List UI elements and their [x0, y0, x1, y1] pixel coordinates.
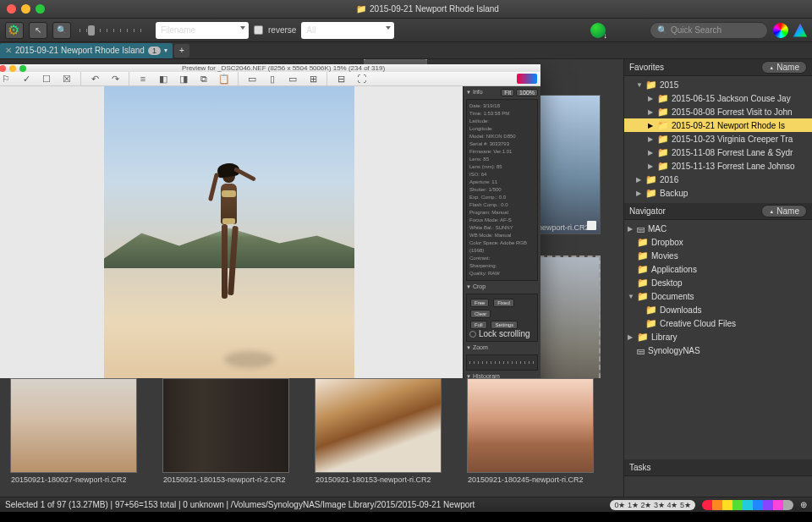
close-window-icon[interactable]: [7, 4, 16, 14]
disclosure-icon[interactable]: ▶: [628, 225, 634, 233]
close-icon[interactable]: [0, 65, 6, 72]
copy-button[interactable]: ⧉: [197, 72, 211, 85]
pointer-tool-button[interactable]: ↖: [29, 22, 47, 39]
upload-icon[interactable]: [590, 23, 606, 38]
tree-item-2016[interactable]: ▶📁2016: [624, 173, 812, 186]
filter-toggle-icon[interactable]: ⊕: [800, 500, 807, 509]
preview-image-area[interactable]: [0, 86, 463, 378]
disclosure-icon[interactable]: ▼: [636, 81, 643, 89]
grid-thumb[interactable]: -newport-ri.CR2: [531, 256, 601, 378]
tree-item-library[interactable]: ▶📁Library: [624, 330, 812, 343]
remove-button[interactable]: ⊟: [334, 72, 348, 85]
tree-item[interactable]: ▶📁2015-08-08 Forrest Visit to John: [624, 105, 812, 118]
color-swatch[interactable]: [743, 500, 753, 510]
color-swatch[interactable]: [732, 500, 743, 510]
filmstrip-thumb[interactable]: 20150921-180153-newport-ri.CR2: [315, 378, 442, 486]
disclosure-icon[interactable]: ▶: [636, 176, 643, 184]
grid-thumb[interactable]: -newport-ri.CR2: [531, 95, 601, 234]
tree-item[interactable]: ▶📁2015-06-15 Jackson Couse Jay: [624, 91, 812, 105]
landscape-button[interactable]: ▭: [286, 72, 299, 85]
zoom-tool-button[interactable]: 🔍: [52, 22, 71, 39]
tree-item-mac[interactable]: ▶🖴MAC: [624, 222, 812, 235]
color-swatch[interactable]: [753, 500, 763, 510]
unselect-button[interactable]: ☒: [60, 72, 74, 85]
crop-free-button[interactable]: Free: [470, 299, 489, 307]
sort-dropdown[interactable]: Filename: [156, 22, 249, 39]
tree-item[interactable]: ▶📁2015-10-23 Virginia Creeper Tra: [624, 132, 812, 146]
tree-item[interactable]: ▶📁2015-11-08 Forrest Lane & Sydr: [624, 146, 812, 159]
tree-item-selected[interactable]: ▶📁2015-09-21 Newport Rhode Is: [624, 118, 812, 132]
thumbnail-grid[interactable]: -newport-ri.CR2 -newport-ri.CR2 Preview …: [0, 59, 623, 378]
tree-item-2015[interactable]: ▼📁2015: [624, 78, 812, 91]
filmstrip-thumb[interactable]: 20150921-180245-newport-ri.CR2: [467, 378, 594, 486]
minimize-window-icon[interactable]: [21, 4, 30, 14]
sort-name-button[interactable]: Name: [761, 205, 807, 217]
crop-section-title[interactable]: Crop: [466, 283, 538, 289]
disclosure-icon[interactable]: ▶: [648, 95, 655, 102]
color-swatch[interactable]: [702, 500, 712, 510]
tree-item[interactable]: 📁Downloads: [624, 303, 812, 316]
iptc-button[interactable]: ◧: [156, 72, 170, 85]
filmstrip-thumb[interactable]: 20150921-180027-newport-ri.CR2: [10, 378, 137, 486]
crop-fixed-button[interactable]: Fixed: [493, 299, 514, 307]
minimize-icon[interactable]: [9, 65, 16, 72]
rotate-cw-button[interactable]: ↷: [108, 72, 122, 85]
disclosure-icon[interactable]: ▶: [628, 333, 634, 341]
fit-button[interactable]: Fit: [501, 89, 514, 96]
pick-button[interactable]: ⚐: [0, 72, 13, 85]
close-tab-icon[interactable]: ✕: [5, 46, 12, 55]
tab-menu-icon[interactable]: ▾: [164, 47, 167, 54]
folder-tab[interactable]: ✕ 2015-09-21 Newport Rhode Island 1 ▾: [0, 43, 173, 58]
tree-item[interactable]: 📁Applications: [624, 262, 812, 276]
color-label-filter[interactable]: [702, 500, 793, 510]
color-swatch[interactable]: [712, 500, 722, 510]
reverse-checkbox[interactable]: [254, 25, 263, 35]
disclosure-icon[interactable]: ▶: [648, 122, 655, 129]
tree-item[interactable]: 📁Dropbox: [624, 235, 812, 249]
thumbnail-size-slider[interactable]: [80, 29, 147, 32]
thumb-checkbox[interactable]: [587, 221, 596, 230]
filter-dropdown[interactable]: All: [301, 22, 394, 39]
star-rating-filter[interactable]: 0★ 1★ 2★ 3★ 4★ 5★: [610, 500, 695, 510]
crop-full-button[interactable]: Full: [470, 321, 487, 329]
tree-item-nas[interactable]: 🖴SynologyNAS: [624, 343, 812, 357]
color-swatch[interactable]: [763, 500, 773, 510]
crop-clear-button[interactable]: Clear: [470, 310, 491, 318]
tree-item-backup[interactable]: ▶📁Backup: [624, 186, 812, 200]
disclosure-icon[interactable]: ▶: [648, 108, 655, 116]
tree-item-documents[interactable]: ▼📁Documents: [624, 289, 812, 303]
rotate-ccw-button[interactable]: ↶: [88, 72, 102, 85]
info-section-title[interactable]: Info: [466, 89, 499, 95]
xml-button[interactable]: ◨: [177, 72, 190, 85]
maximize-icon[interactable]: [19, 65, 26, 72]
auto-thumb-button[interactable]: ⊞: [306, 72, 320, 85]
tree-item[interactable]: 📁Desktop: [624, 276, 812, 289]
zoom-slider[interactable]: [469, 361, 535, 364]
fullview-button[interactable]: ⛶: [354, 72, 368, 85]
select-button[interactable]: ☐: [40, 72, 53, 85]
maximize-window-icon[interactable]: [36, 4, 45, 14]
disclosure-icon[interactable]: ▶: [648, 162, 655, 170]
color-swatch[interactable]: [783, 500, 793, 510]
disclosure-icon[interactable]: ▶: [648, 149, 655, 157]
disclosure-icon[interactable]: ▶: [648, 135, 655, 143]
profile-icon[interactable]: [793, 24, 807, 37]
disclosure-icon[interactable]: ▼: [628, 293, 634, 300]
portrait-button[interactable]: ▯: [266, 72, 279, 85]
filmstrip-thumb[interactable]: 20150921-180153-newport-ri-2.CR2: [162, 378, 289, 486]
color-swatch[interactable]: [722, 500, 732, 510]
single-pic-button[interactable]: ▭: [245, 72, 259, 85]
metadata-button[interactable]: ≡: [136, 72, 150, 85]
tree-item[interactable]: ▶📁2015-11-13 Forrest Lane Johnso: [624, 159, 812, 173]
paste-button[interactable]: 📋: [217, 72, 231, 85]
tree-item[interactable]: 📁Creative Cloud Files: [624, 316, 812, 330]
crop-settings-button[interactable]: Settings: [491, 321, 518, 329]
quick-search-input[interactable]: 🔍 Quick Search: [650, 22, 768, 39]
zoom-section-title[interactable]: Zoom: [466, 344, 538, 350]
disclosure-icon[interactable]: ▶: [636, 190, 643, 197]
color-wheel-icon[interactable]: [773, 23, 788, 38]
add-tab-button[interactable]: +: [174, 44, 189, 58]
tree-item[interactable]: 📁Movies: [624, 249, 812, 262]
lock-scroll-checkbox[interactable]: Lock scrolling: [469, 330, 535, 338]
settings-button[interactable]: [5, 22, 24, 39]
